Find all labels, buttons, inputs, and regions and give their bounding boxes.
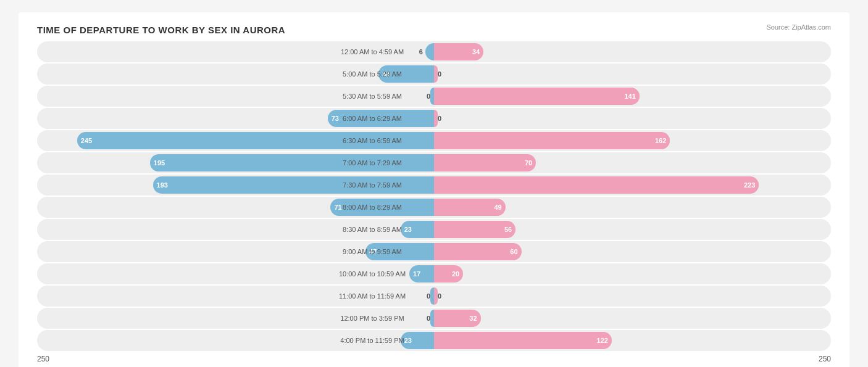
row-label: 5:30 AM to 5:59 AM [311,93,434,100]
male-value: 23 [404,337,412,344]
female-value: 60 [510,248,517,255]
male-value: 47 [369,248,377,255]
bar-male: 23 [401,332,434,349]
female-value: 34 [472,48,480,56]
row-label: 12:00 AM to 4:59 AM [311,48,434,56]
bar-female: 70 [434,154,536,171]
table-row: 1932237:30 AM to 7:59 AM [37,175,831,196]
chart-container: 63412:00 AM to 4:59 AM0385:00 AM to 5:29… [37,41,831,351]
bar-female: 162 [434,132,670,149]
row-label: 12:00 PM to 3:59 PM [311,315,434,322]
bar-female: 32 [434,310,481,327]
table-row: 71498:00 AM to 8:29 AM [37,197,831,218]
male-value: 193 [157,181,168,189]
table-row: 0011:00 AM to 11:59 AM [37,286,831,307]
source-text: Source: ZipAtlas.com [766,23,831,31]
female-value: 70 [525,159,532,167]
bar-female: 20 [434,265,463,282]
bar-male [425,43,434,60]
bar-male: 38 [378,65,434,83]
table-row: 0736:00 AM to 6:29 AM [37,108,831,129]
bar-male: 47 [365,243,434,260]
male-value: 195 [154,159,165,167]
bar-female: 141 [434,88,640,105]
bar-male: 71 [330,199,434,216]
female-value: 122 [597,337,608,344]
female-value: 20 [452,270,459,278]
page-wrapper: Source: ZipAtlas.com TIME OF DEPARTURE T… [19,12,849,367]
bar-male: 23 [401,221,434,238]
table-row: 195707:00 AM to 7:29 AM [37,152,831,173]
female-value: 0 [438,115,441,122]
table-row: 23568:30 AM to 8:59 AM [37,219,831,240]
bar-male: 193 [153,176,434,194]
male-value: 23 [404,226,412,233]
bar-male: 17 [409,265,434,282]
bar-female [434,65,438,83]
bar-female: 60 [434,243,522,260]
table-row: 2451626:30 AM to 6:59 AM [37,130,831,151]
male-value: 6 [419,48,423,56]
axis-left: 250 [37,355,49,363]
table-row: 231224:00 PM to 11:59 PM [37,330,831,351]
bar-female: 56 [434,221,515,238]
bar-female [434,110,438,127]
chart-title: TIME OF DEPARTURE TO WORK BY SEX IN AURO… [37,25,831,35]
table-row: 01415:30 AM to 5:59 AM [37,86,831,107]
axis-right: 250 [819,355,831,363]
female-value: 223 [744,181,755,189]
table-row: 47609:00 AM to 9:59 AM [37,241,831,262]
male-value: 73 [332,115,339,122]
female-value: 162 [655,137,666,144]
male-value: 17 [413,270,420,278]
table-row: 172010:00 AM to 10:59 AM [37,263,831,284]
bar-male: 245 [77,132,434,149]
bar-female: 49 [434,199,506,216]
male-value: 245 [81,137,92,144]
bar-female [434,287,438,305]
bar-female: 34 [434,43,483,60]
female-value: 0 [438,70,441,78]
female-value: 32 [469,315,477,322]
bar-female: 223 [434,176,759,194]
axis-labels: 250 250 [37,352,831,366]
male-value: 38 [382,70,390,78]
bar-male: 73 [328,110,434,127]
male-value: 71 [334,204,341,211]
female-value: 0 [438,292,441,300]
bar-female: 122 [434,332,612,349]
table-row: 03212:00 PM to 3:59 PM [37,308,831,329]
bar-male: 195 [150,154,434,171]
row-label: 11:00 AM to 11:59 AM [311,292,434,300]
table-row: 0385:00 AM to 5:29 AM [37,64,831,85]
female-value: 56 [504,226,512,233]
female-value: 49 [494,204,501,211]
female-value: 141 [624,93,635,100]
table-row: 63412:00 AM to 4:59 AM [37,41,831,62]
